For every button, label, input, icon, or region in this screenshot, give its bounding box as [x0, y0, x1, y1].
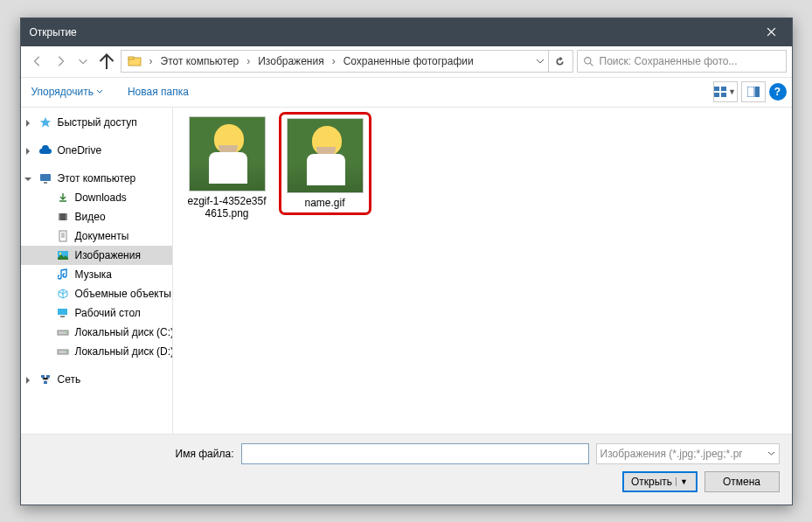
- sidebar-item-pictures[interactable]: Изображения: [21, 246, 172, 265]
- filename-input[interactable]: [241, 443, 589, 464]
- sidebar-item-network[interactable]: Сеть: [21, 370, 172, 389]
- sidebar-item-documents[interactable]: Документы: [21, 226, 172, 246]
- thumbnail: [189, 116, 266, 191]
- sidebar-item-music[interactable]: Музыка: [21, 265, 172, 284]
- breadcrumb-saved-photos[interactable]: Сохраненные фотографии: [339, 51, 478, 72]
- close-button[interactable]: [752, 18, 792, 46]
- sidebar-item-onedrive[interactable]: OneDrive: [21, 141, 172, 160]
- star-icon: [38, 115, 52, 129]
- sidebar-item-local-disk-d[interactable]: Локальный диск (D:): [21, 342, 172, 361]
- svg-rect-13: [66, 213, 67, 220]
- view-mode-button[interactable]: ▼: [713, 81, 738, 102]
- arrow-left-icon: [31, 55, 44, 67]
- nav-arrows: [26, 50, 117, 73]
- svg-rect-10: [44, 182, 47, 184]
- document-icon: [56, 229, 70, 243]
- svg-rect-12: [59, 213, 60, 220]
- breadcrumb-this-pc[interactable]: Этот компьютер: [156, 51, 244, 72]
- breadcrumb-pictures[interactable]: Изображения: [253, 51, 328, 72]
- address-dropdown[interactable]: [532, 57, 548, 66]
- cube-icon: [56, 287, 70, 301]
- help-icon: ?: [774, 86, 781, 98]
- picture-icon: [56, 248, 70, 262]
- svg-rect-17: [58, 309, 67, 315]
- svg-point-22: [66, 351, 67, 352]
- filetype-dropdown[interactable]: Изображения (*.jpg;*.jpeg;*.pr: [596, 443, 780, 464]
- refresh-button[interactable]: [548, 50, 571, 73]
- film-icon: [56, 210, 70, 224]
- titlebar: Открытие: [21, 18, 792, 46]
- chevron-right-icon: ›: [329, 55, 339, 67]
- monitor-icon: [38, 171, 52, 185]
- organize-menu[interactable]: Упорядочить: [26, 82, 108, 101]
- nav-row: › Этот компьютер › Изображения › Сохране…: [21, 46, 792, 78]
- svg-rect-14: [59, 231, 66, 241]
- arrow-right-icon: [54, 55, 66, 67]
- forward-button[interactable]: [49, 50, 72, 73]
- sidebar-item-desktop[interactable]: Рабочий стол: [21, 303, 172, 323]
- svg-rect-23: [41, 375, 45, 378]
- file-item-selected[interactable]: name.gif: [283, 116, 367, 211]
- back-button[interactable]: [26, 50, 49, 73]
- toolbar: Упорядочить Новая папка ▼ ?: [21, 78, 792, 108]
- chevron-down-icon: [767, 449, 775, 457]
- sidebar-item-quick-access[interactable]: Быстрый доступ: [21, 113, 172, 132]
- svg-rect-24: [46, 375, 50, 378]
- music-icon: [56, 268, 70, 282]
- search-input[interactable]: Поиск: Сохраненные фото...: [577, 50, 787, 73]
- file-list: ezgif-1-4352e35f4615.png name.gif: [173, 108, 792, 434]
- sidebar: Быстрый доступ OneDrive Этот компьютер D…: [21, 108, 173, 434]
- svg-rect-5: [714, 93, 719, 97]
- file-name: ezgif-1-4352e35f4615.png: [185, 195, 269, 220]
- new-folder-button[interactable]: Новая папка: [122, 82, 194, 101]
- thumbnail: [287, 118, 364, 193]
- sidebar-item-3d-objects[interactable]: Объемные объекты: [21, 284, 172, 303]
- svg-point-16: [59, 252, 61, 254]
- desktop-icon: [56, 306, 70, 320]
- folder-icon: [123, 51, 146, 72]
- chevron-down-icon: [536, 57, 545, 66]
- drive-icon: [56, 325, 70, 339]
- search-icon: [583, 56, 594, 67]
- cancel-button[interactable]: Отмена: [704, 471, 780, 492]
- sidebar-item-local-disk-c[interactable]: Локальный диск (C:): [21, 323, 172, 342]
- network-icon: [38, 372, 52, 386]
- svg-rect-18: [60, 316, 65, 317]
- svg-point-20: [66, 331, 67, 333]
- open-button[interactable]: Открыть ▼: [622, 471, 697, 492]
- file-item[interactable]: ezgif-1-4352e35f4615.png: [185, 116, 269, 220]
- cloud-icon: [38, 143, 52, 157]
- preview-pane-icon: [747, 87, 760, 97]
- sidebar-item-this-pc[interactable]: Этот компьютер: [21, 169, 172, 188]
- filename-label: Имя файла:: [33, 448, 234, 460]
- svg-rect-8: [755, 87, 760, 97]
- svg-rect-1: [128, 57, 134, 59]
- svg-rect-3: [714, 87, 719, 91]
- recent-dropdown[interactable]: [72, 50, 94, 73]
- address-bar[interactable]: › Этот компьютер › Изображения › Сохране…: [121, 50, 573, 73]
- chevron-down-icon: ▼: [676, 477, 688, 486]
- up-button[interactable]: [96, 51, 117, 72]
- sidebar-item-videos[interactable]: Видео: [21, 207, 172, 226]
- arrow-up-icon: [96, 51, 117, 72]
- open-file-dialog: Открытие › Этот компьютер › Изображения …: [20, 17, 793, 505]
- refresh-icon: [554, 56, 566, 67]
- chevron-right-icon: ›: [243, 55, 253, 67]
- thumbnails-icon: [714, 87, 726, 97]
- svg-rect-7: [747, 87, 754, 97]
- svg-rect-4: [721, 87, 726, 91]
- chevron-right-icon: ›: [146, 55, 156, 67]
- chevron-down-icon: [77, 55, 89, 67]
- svg-rect-6: [721, 93, 726, 97]
- file-name: name.gif: [304, 197, 344, 209]
- download-icon: [56, 191, 70, 205]
- search-placeholder: Поиск: Сохраненные фото...: [600, 55, 738, 67]
- dialog-title: Открытие: [30, 26, 77, 38]
- drive-icon: [56, 345, 70, 358]
- preview-pane-button[interactable]: [741, 81, 766, 102]
- sidebar-item-downloads[interactable]: Downloads: [21, 188, 172, 207]
- filetype-value: Изображения (*.jpg;*.jpeg;*.pr: [600, 448, 743, 460]
- svg-rect-25: [44, 381, 47, 384]
- svg-rect-9: [40, 174, 51, 181]
- help-button[interactable]: ?: [769, 83, 787, 101]
